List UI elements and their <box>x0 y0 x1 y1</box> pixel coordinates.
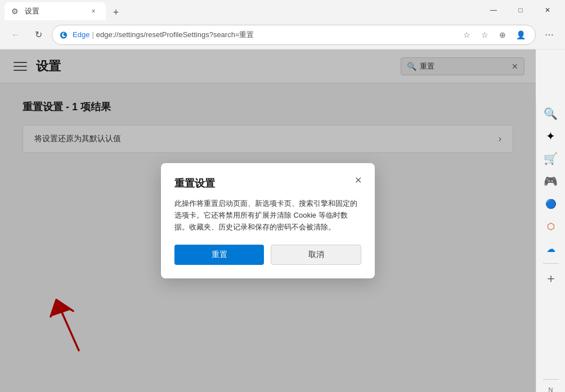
star-icon[interactable]: ☆ <box>459 27 474 43</box>
sidebar-office-icon[interactable]: ⬡ <box>541 216 561 236</box>
back-button[interactable]: ← <box>7 26 25 44</box>
maximize-button[interactable]: □ <box>508 1 533 19</box>
url-text: edge://settings/resetProfileSettings?sea… <box>96 30 254 40</box>
sidebar-onedrive-icon[interactable]: ☁ <box>541 238 561 259</box>
new-tab-button[interactable]: + <box>108 4 124 20</box>
dialog-overlay: ✕ 重置设置 此操作将重置启动页面、新选项卡页、搜索引擎和固定的选项卡。它还将禁… <box>0 49 536 392</box>
dialog-body: 此操作将重置启动页面、新选项卡页、搜索引擎和固定的选项卡。它还将禁用所有扩展并清… <box>174 198 361 233</box>
cancel-button[interactable]: 取消 <box>271 245 361 265</box>
refresh-button[interactable]: ↻ <box>29 26 47 44</box>
addressbar: ← ↻ Edge | edge://settings/resetProfileS… <box>0 20 565 49</box>
favorites-icon[interactable]: ☆ <box>477 27 492 43</box>
sidebar-label: N <box>549 386 553 392</box>
address-icons: ☆ ☆ ⊕ 👤 <box>459 27 528 43</box>
close-button[interactable]: ✕ <box>535 1 560 19</box>
tab-label: 设置 <box>25 6 83 16</box>
profile-icon[interactable]: 👤 <box>513 27 528 43</box>
dialog-buttons: 重置 取消 <box>174 245 361 265</box>
address-box[interactable]: Edge | edge://settings/resetProfileSetti… <box>52 25 536 45</box>
sidebar-right: 🔍 ✦ 🛒 🎮 🔵 ⬡ ☁ ＋ N R ↑ <box>536 99 565 392</box>
tab-close-button[interactable]: × <box>88 6 99 17</box>
settings-icon: ⚙ <box>11 7 20 16</box>
sidebar-divider-bottom <box>543 379 559 380</box>
toolbar-icons: ⋯ <box>540 26 558 44</box>
sidebar-search-icon[interactable]: 🔍 <box>541 103 561 124</box>
sidebar-copilot-icon[interactable]: ✦ <box>541 126 561 146</box>
address-separator: | <box>92 30 93 39</box>
sidebar-divider <box>543 263 559 264</box>
minimize-button[interactable]: — <box>481 1 506 19</box>
sidebar-add-icon[interactable]: ＋ <box>541 268 561 289</box>
more-button[interactable]: ⋯ <box>540 26 558 44</box>
dialog-close-button[interactable]: ✕ <box>350 172 366 188</box>
browser-content: 设置 🔍 重置 ✕ 重置设置 - 1 项结果 将设置还原为其默认认值 › ✕ 重… <box>0 49 565 392</box>
address-text: Edge | edge://settings/resetProfileSetti… <box>73 30 254 40</box>
titlebar: ⚙ 设置 × + — □ ✕ <box>0 0 565 20</box>
reset-button[interactable]: 重置 <box>174 245 264 265</box>
sidebar-games-icon[interactable]: 🎮 <box>541 171 561 191</box>
window-controls: — □ ✕ <box>481 1 560 19</box>
tab-area: ⚙ 设置 × + <box>5 0 476 20</box>
reading-list-icon[interactable]: ⊕ <box>495 27 510 43</box>
settings-page: 设置 🔍 重置 ✕ 重置设置 - 1 项结果 将设置还原为其默认认值 › ✕ 重… <box>0 49 536 392</box>
reset-dialog: ✕ 重置设置 此操作将重置启动页面、新选项卡页、搜索引擎和固定的选项卡。它还将禁… <box>161 163 375 278</box>
dialog-title: 重置设置 <box>174 177 361 190</box>
sidebar-outlook-icon[interactable]: 🔵 <box>541 193 561 214</box>
sidebar-shopping-icon[interactable]: 🛒 <box>541 148 561 169</box>
active-tab[interactable]: ⚙ 设置 × <box>5 2 106 20</box>
edge-logo-icon <box>59 30 68 39</box>
edge-word: Edge <box>73 30 89 39</box>
